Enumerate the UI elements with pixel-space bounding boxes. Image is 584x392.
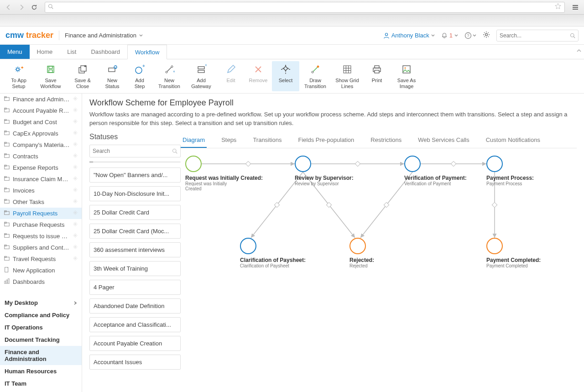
notifications[interactable]: 1 — [441, 32, 458, 39]
status-card[interactable]: 360 assessment interviews — [89, 242, 181, 257]
gear-icon[interactable] — [73, 221, 78, 228]
subtab-diagram[interactable]: Diagram — [181, 133, 207, 148]
back-button[interactable] — [4, 2, 14, 12]
workflow-diagram[interactable]: Request was Initially Created:Request wa… — [181, 156, 577, 293]
nav-dashboard[interactable]: Dashboard — [83, 45, 127, 59]
gear-icon[interactable] — [73, 141, 78, 148]
collapse-nav-icon[interactable] — [577, 47, 581, 54]
workflow-circle[interactable] — [240, 238, 256, 254]
tool-print[interactable]: Print — [363, 61, 391, 91]
settings-gear[interactable] — [483, 31, 490, 40]
workflow-node[interactable]: Rejected:Rejected — [349, 238, 374, 268]
global-search[interactable] — [496, 30, 579, 42]
gear-icon[interactable] — [73, 199, 78, 205]
status-card[interactable]: Accountant Issues — [89, 355, 181, 370]
gear-icon[interactable] — [73, 244, 78, 251]
nav-menu[interactable]: Menu — [0, 45, 30, 59]
url-input[interactable] — [56, 4, 552, 10]
gear-icon[interactable] — [73, 233, 78, 240]
tool-gear-arrow[interactable]: To AppSetup — [3, 61, 35, 91]
gear-icon[interactable] — [73, 210, 78, 217]
status-card[interactable]: Account Payable Creation — [89, 336, 181, 351]
workflow-circle[interactable] — [486, 156, 503, 172]
workflow-node[interactable]: Payment Process:Payment Process — [486, 156, 534, 186]
gear-icon[interactable] — [73, 130, 78, 137]
workspace-selector[interactable]: Finance and Administration — [65, 32, 143, 39]
workflow-node[interactable]: Verification of Payment:Verification of … — [404, 156, 467, 186]
status-card[interactable]: 4 Pager — [89, 280, 181, 295]
sidebar-item[interactable]: Requests to issue M... — [0, 230, 82, 242]
workflow-node[interactable]: Payment Completed:Payment Completed — [486, 238, 541, 268]
tool-new-status[interactable]: +NewStatus — [99, 61, 126, 91]
tool-save[interactable]: SaveWorkflow — [35, 61, 67, 91]
status-card[interactable]: 3th Week of Training — [89, 261, 181, 276]
workflow-node[interactable]: Review by Supervisor:Review by Superviso… — [295, 156, 354, 186]
sidebar-item[interactable]: Expense Reports — [0, 162, 82, 173]
status-card[interactable]: Abandoned Date Definition — [89, 298, 181, 314]
sidebar-item[interactable]: Account Payable Req... — [0, 105, 82, 116]
nav-workflow[interactable]: Workflow — [127, 45, 167, 59]
tool-remove[interactable]: Remove — [245, 61, 272, 91]
sidebar-item[interactable]: Contracts — [0, 151, 82, 162]
sidebar-item[interactable]: CapEx Approvals — [0, 128, 82, 139]
subtab-transitions[interactable]: Transitions — [251, 133, 283, 148]
workflow-circle[interactable] — [295, 156, 311, 172]
sidebar-item[interactable]: Travel Requests — [0, 253, 82, 265]
sidebar-item[interactable]: Invoices — [0, 185, 82, 196]
statuses-search-input[interactable] — [93, 148, 170, 154]
tool-edit[interactable]: Edit — [217, 61, 245, 91]
status-card[interactable]: 25 Dollar Credit Card (Moc... — [89, 224, 181, 239]
sidebar-group[interactable]: Document Tracking — [0, 334, 82, 346]
gear-icon[interactable] — [73, 96, 78, 103]
subtab-fields-pre-population[interactable]: Fields Pre-population — [296, 133, 356, 148]
workflow-circle[interactable] — [349, 238, 366, 254]
sidebar-item[interactable]: Company's Material ... — [0, 139, 82, 151]
workflow-circle[interactable] — [404, 156, 421, 172]
subtab-web-services-calls[interactable]: Web Services Calls — [416, 133, 471, 148]
tool-draw-transition[interactable]: DrawTransition — [299, 61, 331, 91]
tool-new-transition[interactable]: +NewTransition — [153, 61, 185, 91]
user-menu[interactable]: Anthony Black — [383, 32, 435, 39]
workflow-circle[interactable] — [185, 156, 202, 172]
gear-icon[interactable] — [73, 107, 78, 114]
status-card[interactable]: 10-Day Non-Disclosure Init... — [89, 186, 181, 201]
tool-save-close[interactable]: Save &Close — [67, 61, 99, 91]
nav-home[interactable]: Home — [30, 45, 60, 59]
gear-icon[interactable] — [73, 153, 78, 160]
bookmark-icon[interactable] — [554, 3, 562, 11]
sidebar-item[interactable]: Insurance Claim Ma... — [0, 173, 82, 185]
tool-save-image[interactable]: Save AsImage — [391, 61, 422, 91]
sidebar-group[interactable]: My Desktop — [0, 297, 82, 309]
nav-list[interactable]: List — [60, 45, 83, 59]
tool-select[interactable]: Select — [272, 61, 299, 91]
sidebar-group[interactable]: Finance and Administration — [0, 346, 82, 365]
workflow-node[interactable]: Clarification of Paysheet:Clarification … — [240, 238, 306, 268]
status-card[interactable]: Acceptance and Classificati... — [89, 317, 181, 332]
global-search-input[interactable] — [500, 32, 568, 39]
forward-button[interactable] — [16, 2, 26, 12]
url-bar[interactable] — [45, 2, 565, 13]
gear-icon[interactable] — [73, 119, 78, 125]
sidebar-item[interactable]: Budget and Cost — [0, 116, 82, 128]
statuses-search[interactable] — [89, 145, 181, 157]
sidebar-item[interactable]: Other Tasks — [0, 196, 82, 208]
sidebar-group[interactable]: IT Team — [0, 377, 82, 390]
sidebar-item[interactable]: Payroll Requests — [0, 208, 82, 219]
sidebar-item[interactable]: Suppliers and Contr... — [0, 242, 82, 253]
create-workspace[interactable]: + Create Workspace — [0, 390, 82, 392]
subtab-custom-notifications[interactable]: Custom Notifications — [484, 133, 542, 148]
workflow-circle[interactable] — [486, 238, 503, 254]
gear-icon[interactable] — [73, 176, 78, 183]
status-card[interactable]: "Now Open" Banners and/... — [89, 167, 181, 183]
status-card[interactable]: 25 Dollar Credit Card — [89, 205, 181, 220]
sidebar-group[interactable]: Compliance and Policy — [0, 309, 82, 321]
sidebar-item[interactable]: New Application — [0, 265, 82, 276]
sidebar-item[interactable]: Purchase Requests — [0, 219, 82, 230]
help-menu[interactable]: ? — [464, 32, 476, 39]
browser-menu-icon[interactable] — [570, 2, 580, 12]
tool-grid[interactable]: Show GridLines — [331, 61, 363, 91]
workflow-node[interactable]: Request was Initially Created:Request wa… — [185, 156, 263, 191]
statuses-scrollbar[interactable] — [89, 161, 181, 163]
subtab-restrictions[interactable]: Restrictions — [369, 133, 403, 148]
sidebar-group[interactable]: Human Resources — [0, 365, 82, 377]
